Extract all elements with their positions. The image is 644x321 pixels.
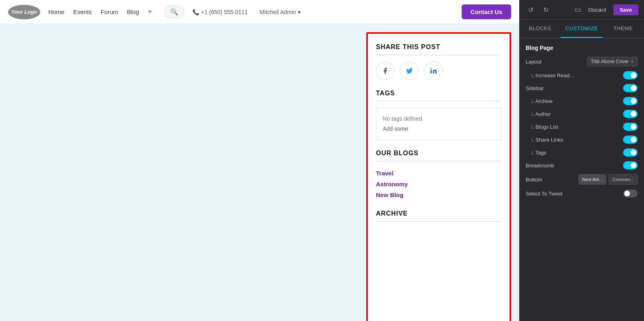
archive-toggle[interactable] [623, 97, 638, 105]
chevron-down-icon: ▾ [298, 9, 301, 15]
archive-section: ARCHIVE [376, 210, 502, 222]
layout-row: Layout Title Above Cover ▼ [526, 57, 638, 66]
tags-title: TAGS [376, 90, 502, 101]
search-box[interactable]: 🔍 [164, 5, 184, 19]
linkedin-icon[interactable] [424, 62, 443, 80]
right-panel: ↺ ↻ ▭ Discard Save BLOCKS CUSTOMIZE THEM… [519, 0, 644, 321]
layout-value: Title Above Cover [591, 59, 629, 64]
save-button[interactable]: Save [613, 4, 638, 15]
svg-point-0 [431, 68, 432, 69]
redo-icon[interactable]: ↻ [540, 4, 551, 15]
share-links-toggle[interactable] [623, 136, 638, 144]
facebook-icon[interactable] [376, 62, 394, 80]
select-tweet-row: Select To Tweet [526, 189, 638, 198]
tags-toggle[interactable] [623, 148, 638, 156]
blog-travel[interactable]: Travel [376, 168, 502, 179]
increase-read-row: Increase Read... [526, 71, 638, 79]
nav-forum[interactable]: Forum [101, 8, 118, 15]
tags-section: TAGS No tags defined Add some [376, 90, 502, 140]
contact-button[interactable]: Contact Us [462, 4, 511, 19]
dropdown-caret-icon: ▼ [630, 60, 634, 64]
layout-dropdown[interactable]: Title Above Cover ▼ [587, 57, 638, 66]
section-title: Blog Page [526, 45, 638, 51]
blogs-section: OUR BLOGS Travel Astronomy New Blog [376, 150, 502, 200]
phone-number: 📞 +1 (650) 555-0111 [192, 9, 248, 15]
sidebar-row: Sidebar [526, 84, 638, 92]
select-tweet-label: Select To Tweet [526, 191, 623, 197]
tags-row: Tags [526, 148, 638, 156]
breadcrumb-toggle[interactable] [623, 161, 638, 169]
bottom-row: Bottom Next Arti... Commen... [526, 174, 638, 185]
archive-title: ARCHIVE [376, 210, 502, 222]
panel-content: Blog Page Layout Title Above Cover ▼ Inc… [519, 38, 644, 321]
tags-box: No tags defined Add some [376, 108, 502, 140]
sidebar-container: SHARE THIS POST T [366, 32, 511, 321]
user-menu[interactable]: Mitchell Admin ▾ [260, 9, 300, 15]
breadcrumb-row: Breadcrumb [526, 161, 638, 169]
add-tags-link[interactable]: Add some [383, 124, 495, 134]
nav-add-icon[interactable]: + [148, 8, 152, 16]
bottom-buttons: Next Arti... Commen... [578, 174, 638, 185]
nav-bar: Your Logo Home Events Forum Blog + 🔍 📞 +… [0, 0, 519, 24]
website-area: Your Logo Home Events Forum Blog + 🔍 📞 +… [0, 0, 519, 321]
increase-read-label: Increase Read... [526, 72, 623, 78]
archive-row: Archive [526, 97, 638, 105]
blogs-title: OUR BLOGS [376, 150, 502, 161]
discard-button[interactable]: Discard [585, 5, 609, 14]
author-label: Author [526, 111, 623, 117]
blog-astronomy[interactable]: Astronomy [376, 179, 502, 189]
blogs-list-toggle[interactable] [623, 123, 638, 131]
tab-customize[interactable]: CUSTOMIZE [561, 20, 602, 38]
no-tags-text: No tags defined [383, 114, 495, 124]
blogs-list-label: Blogs List [526, 124, 623, 130]
blogs-list-row: Blogs List [526, 123, 638, 131]
next-article-button[interactable]: Next Arti... [578, 174, 606, 185]
share-section: SHARE THIS POST [376, 43, 502, 80]
increase-read-toggle[interactable] [623, 71, 638, 79]
social-icons [376, 62, 502, 80]
archive-label: Archive [526, 98, 623, 104]
select-tweet-toggle[interactable] [623, 189, 638, 198]
author-row: Author [526, 110, 638, 118]
blog-new-blog[interactable]: New Blog [376, 189, 502, 200]
logo: Your Logo [8, 5, 40, 19]
page-content: SHARE THIS POST T [0, 24, 519, 321]
sidebar-label: Sidebar [526, 85, 623, 91]
nav-home[interactable]: Home [48, 8, 64, 15]
panel-toolbar: ↺ ↻ ▭ Discard Save [519, 0, 644, 20]
bottom-label: Bottom [526, 177, 578, 183]
tags-setting-label: Tags [526, 150, 623, 156]
phone-icon: 📞 [192, 9, 199, 15]
panel-tabs: BLOCKS CUSTOMIZE THEME [519, 20, 644, 38]
share-links-row: Share Links [526, 136, 638, 144]
share-title: SHARE THIS POST [376, 43, 502, 55]
sidebar-toggle[interactable] [623, 84, 638, 92]
undo-icon[interactable]: ↺ [525, 4, 536, 15]
layout-label: Layout [526, 59, 587, 65]
breadcrumb-label: Breadcrumb [526, 163, 623, 169]
author-toggle[interactable] [623, 110, 638, 118]
nav-links: Home Events Forum Blog + [48, 8, 152, 16]
share-links-label: Share Links [526, 137, 623, 143]
device-icon[interactable]: ▭ [574, 5, 581, 14]
twitter-icon[interactable] [400, 62, 419, 80]
tab-theme[interactable]: THEME [603, 20, 644, 38]
sidebar-widget: SHARE THIS POST T [366, 32, 511, 321]
comments-button[interactable]: Commen... [609, 174, 638, 185]
search-icon: 🔍 [170, 8, 178, 16]
nav-blog[interactable]: Blog [127, 8, 139, 15]
tab-blocks[interactable]: BLOCKS [519, 20, 561, 38]
nav-events[interactable]: Events [73, 8, 92, 15]
